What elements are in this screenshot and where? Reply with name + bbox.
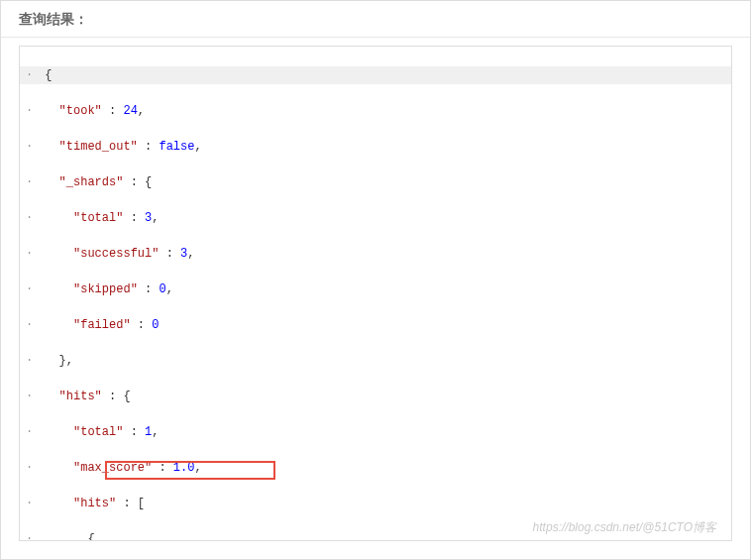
code-line: · },: [20, 352, 731, 370]
code-line: · "timed_out" : false,: [20, 138, 731, 156]
code-line: · "total" : 3,: [20, 209, 731, 227]
json-result-block[interactable]: · { · "took" : 24, · "timed_out" : false…: [19, 46, 732, 541]
code-line: · "hits" : {: [20, 388, 731, 405]
code-line: · "_shards" : {: [20, 173, 731, 191]
code-line: · "total" : 1,: [20, 423, 731, 441]
panel: 查询结果： · { · "took" : 24, · "timed_out" :…: [0, 0, 751, 560]
code-line: · "hits" : [: [20, 495, 731, 512]
content-area: · { · "took" : 24, · "timed_out" : false…: [1, 38, 750, 559]
code-line: · "max_score" : 1.0,: [20, 459, 731, 477]
code-line: · {: [20, 66, 731, 84]
code-line: · "successful" : 3,: [20, 245, 731, 263]
code-line: · "failed" : 0: [20, 316, 731, 334]
code-line: · "took" : 24,: [20, 102, 731, 120]
header-title: 查询结果：: [19, 11, 88, 27]
panel-header: 查询结果：: [1, 1, 750, 38]
watermark-text: https://blog.csdn.net/@51CTO博客: [533, 518, 716, 536]
code-line: · "skipped" : 0,: [20, 280, 731, 298]
